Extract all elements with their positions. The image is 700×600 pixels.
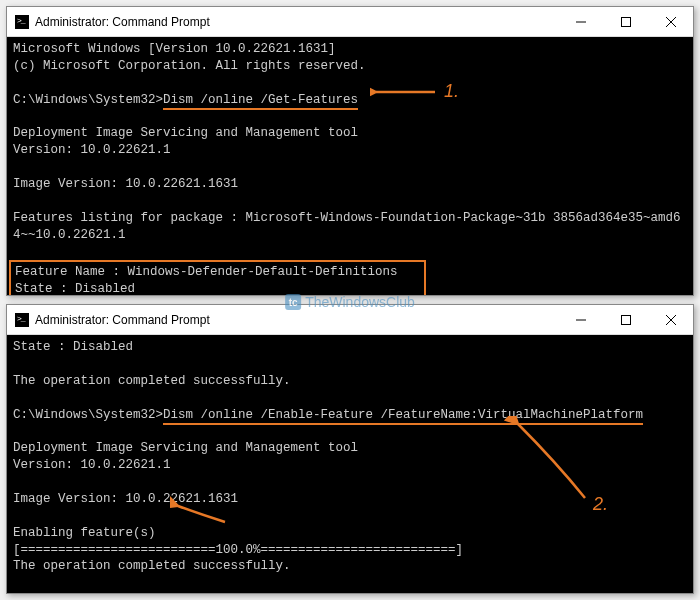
output-line: Microsoft Windows [Version 10.0.22621.16… [13,42,336,56]
maximize-button[interactable] [603,7,648,36]
svg-rect-6 [621,315,630,324]
output-line: Image Version: 10.0.22621.1631 [13,492,238,506]
cmd-icon [15,313,29,327]
output-line: Version: 10.0.22621.1 [13,143,171,157]
command-1: Dism /online /Get-Features [163,93,358,110]
cmd-window-1: Administrator: Command Prompt Microsoft … [6,6,694,296]
output-line: Image Version: 10.0.22621.1631 [13,177,238,191]
close-button[interactable] [648,7,693,36]
cmd-window-2: Administrator: Command Prompt State : Di… [6,304,694,594]
output-line: (c) Microsoft Corporation. All rights re… [13,59,366,73]
titlebar-left: Administrator: Command Prompt [7,15,210,29]
output-line: Features listing for package : Microsoft… [13,211,681,242]
enabling-line: Enabling feature(s) [13,526,156,540]
command-2: Dism /online /Enable-Feature /FeatureNam… [163,408,643,425]
progress-bar: [==========================100.0%=======… [13,543,463,557]
minimize-button[interactable] [558,305,603,334]
window-title: Administrator: Command Prompt [35,15,210,29]
cmd-icon [15,15,29,29]
prompt-path: C:\Windows\System32> [13,93,163,107]
window-controls [558,305,693,334]
watermark-icon: tc [285,294,301,310]
watermark: tc TheWindowsClub [285,294,415,310]
titlebar-1[interactable]: Administrator: Command Prompt [7,7,693,37]
window-controls [558,7,693,36]
close-button[interactable] [648,305,693,334]
feature-highlight-box: Feature Name : Windows-Defender-Default-… [9,260,426,295]
prompt-path: C:\Windows\System32> [13,408,163,422]
output-line: Version: 10.0.22621.1 [13,458,171,472]
watermark-text: TheWindowsClub [305,294,415,310]
output-line: The operation completed successfully. [13,374,291,388]
output-line: Deployment Image Servicing and Managemen… [13,441,358,455]
minimize-button[interactable] [558,7,603,36]
output-line: State : Disabled [13,340,133,354]
svg-rect-1 [621,17,630,26]
feature-state-line: State : Disabled [15,282,135,295]
output-line: Deployment Image Servicing and Managemen… [13,126,358,140]
feature-name-line: Feature Name : Windows-Defender-Default-… [15,265,398,279]
window-title: Administrator: Command Prompt [35,313,210,327]
terminal-output-1[interactable]: Microsoft Windows [Version 10.0.22621.16… [7,37,693,295]
titlebar-left: Administrator: Command Prompt [7,313,210,327]
maximize-button[interactable] [603,305,648,334]
terminal-output-2[interactable]: State : Disabled The operation completed… [7,335,693,593]
output-line: The operation completed successfully. [13,559,291,573]
